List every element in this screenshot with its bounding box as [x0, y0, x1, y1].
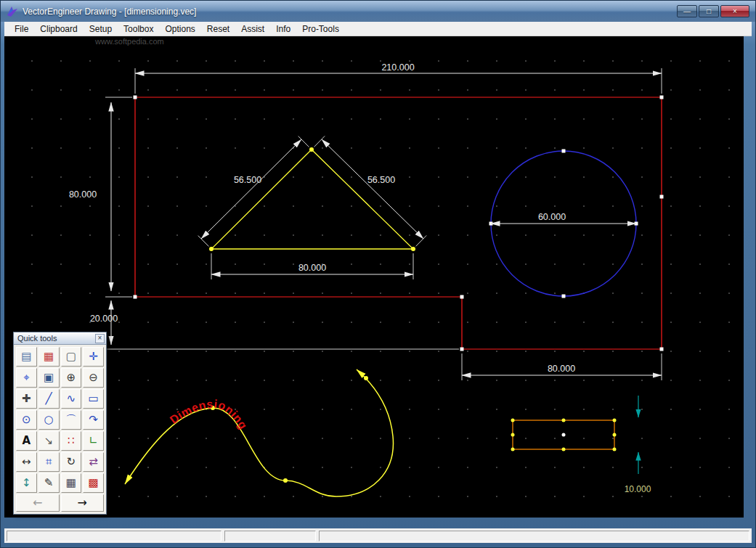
nav-forward-button[interactable]: →: [61, 494, 105, 512]
hatch-tool[interactable]: ▩: [83, 473, 104, 493]
menu-reset[interactable]: Reset: [201, 23, 235, 36]
line-tool[interactable]: ╱: [38, 389, 60, 409]
small-rect-shape[interactable]: [511, 419, 617, 451]
polyline-tool[interactable]: ∿: [61, 389, 82, 409]
watermark: www.softpedia.com: [94, 37, 164, 46]
mirror-tool[interactable]: ⇄: [83, 452, 104, 472]
menu-file[interactable]: File: [9, 23, 34, 36]
pen-tool[interactable]: ✎: [38, 473, 60, 493]
maximize-button[interactable]: □: [699, 5, 719, 17]
arc-tool[interactable]: ⌒: [61, 410, 82, 430]
quick-tools-close-icon[interactable]: ×: [95, 334, 105, 343]
menu-info[interactable]: Info: [270, 23, 296, 36]
status-panel-3: [319, 531, 749, 541]
dim-circle-label: 60.000: [538, 212, 566, 222]
quick-tools-palette: Quick tools × ▤ ▦ ▢ ✛ ⌖ ▣ ⊕ ⊖ ✚ ╱ ∿ ▭ ⊙ …: [13, 332, 107, 515]
triangle-shape[interactable]: [209, 147, 415, 251]
nav-back-button[interactable]: ←: [16, 494, 60, 512]
circle-center-tool[interactable]: ⊙: [16, 410, 37, 430]
arc-3pt-tool[interactable]: ↷: [83, 410, 104, 430]
zoom-in-tool[interactable]: ⊕: [61, 368, 82, 388]
dim-left-lower-label: 20.000: [90, 314, 118, 324]
status-panel-2: [224, 531, 316, 541]
pan-tool[interactable]: ⌖: [16, 368, 37, 388]
dim-vertical-tool[interactable]: ↕: [16, 473, 37, 493]
close-button[interactable]: ×: [720, 5, 749, 17]
curve-text[interactable]: Dimensioning: [168, 398, 250, 432]
dim-bottom[interactable]: 80.000: [462, 353, 662, 380]
zoom-window-tool[interactable]: ▣: [38, 368, 60, 388]
dim-leader-tool[interactable]: ⌗: [38, 452, 60, 472]
spline-shape[interactable]: Dimensioning: [125, 369, 393, 496]
app-window: VectorEngineer Drawing - [dimensioning.v…: [0, 0, 756, 548]
status-panel-1: [7, 531, 221, 541]
rotate-tool[interactable]: ↻: [61, 452, 82, 472]
dim-top[interactable]: 210.000: [135, 62, 662, 94]
move-tool[interactable]: ✛: [83, 347, 104, 367]
layers-tool[interactable]: ▤: [16, 347, 37, 367]
dim-triangle-right-label: 56.500: [367, 175, 395, 185]
menu-clipboard[interactable]: Clipboard: [34, 23, 83, 36]
dim-left-label: 80.000: [69, 189, 97, 200]
menu-toolbox[interactable]: Toolbox: [118, 23, 159, 36]
colors-tool[interactable]: ▦: [38, 347, 60, 367]
small-rect-nodes: [511, 419, 617, 451]
dim-triangle-left[interactable]: 56.500: [198, 136, 309, 247]
zoom-out-tool[interactable]: ⊖: [83, 368, 104, 388]
new-page-tool[interactable]: ▢: [61, 347, 82, 367]
dim-triangle-left-label: 56.500: [234, 175, 261, 185]
dim-top-label: 210.000: [381, 62, 414, 73]
quick-tools-title: Quick tools: [17, 334, 57, 343]
quick-tools-grid: ▤ ▦ ▢ ✛ ⌖ ▣ ⊕ ⊖ ✚ ╱ ∿ ▭ ⊙ ○ ⌒ ↷ A ↘ ∷ ∟ …: [14, 345, 106, 514]
offset-tool[interactable]: ↘: [38, 431, 60, 451]
dim-circle[interactable]: 60.000: [491, 212, 636, 224]
menu-options[interactable]: Options: [159, 23, 200, 36]
node-edit-tool[interactable]: ∟: [83, 431, 104, 451]
dim-horizontal-tool[interactable]: ↔: [16, 452, 37, 472]
status-bar: [4, 528, 752, 543]
dim-triangle-base[interactable]: 80.000: [211, 253, 413, 279]
dim-left[interactable]: 80.000: [69, 97, 132, 297]
app-icon: [7, 6, 18, 17]
rectangle-tool[interactable]: ▭: [83, 389, 104, 409]
circle-tool[interactable]: ○: [38, 410, 60, 430]
window-title: VectorEngineer Drawing - [dimensioning.v…: [23, 7, 196, 17]
menu-setup[interactable]: Setup: [84, 23, 118, 36]
menu-bar: File Clipboard Setup Toolbox Options Res…: [4, 22, 752, 36]
window-controls: — □ ×: [677, 5, 749, 17]
dim-small-label: 10.000: [625, 484, 651, 494]
quick-tools-titlebar[interactable]: Quick tools ×: [14, 332, 106, 345]
table-tool[interactable]: ▦: [61, 473, 82, 493]
menu-assist[interactable]: Assist: [235, 23, 270, 36]
dim-small-rect[interactable]: 10.000: [625, 396, 651, 494]
nodes-tool[interactable]: ∷: [61, 431, 82, 451]
dim-triangle-base-label: 80.000: [298, 263, 326, 273]
spline-path[interactable]: [125, 369, 393, 496]
title-bar: VectorEngineer Drawing - [dimensioning.v…: [1, 1, 755, 22]
dim-bottom-label: 80.000: [548, 364, 575, 374]
drawing-canvas[interactable]: www.softpedia.com 210.00: [4, 36, 744, 518]
menu-pro-tools[interactable]: Pro-Tools: [296, 23, 345, 36]
point-tool[interactable]: ✚: [16, 389, 37, 409]
minimize-button[interactable]: —: [677, 5, 697, 17]
text-tool[interactable]: A: [16, 431, 37, 451]
dim-triangle-right[interactable]: 56.500: [314, 136, 427, 246]
